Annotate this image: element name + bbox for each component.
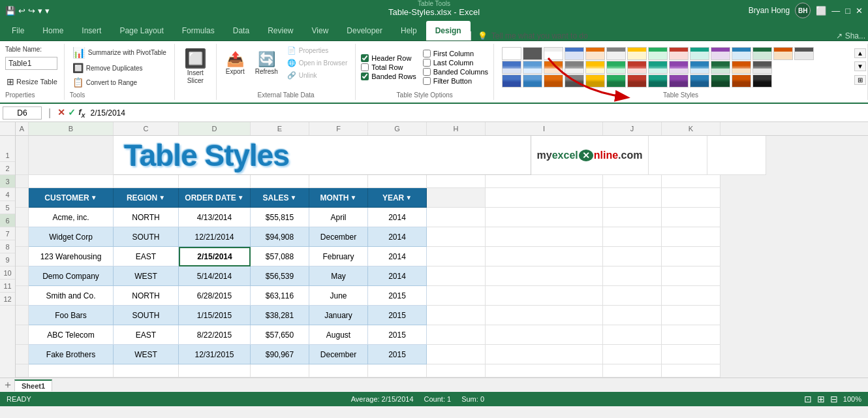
tab-home[interactable]: Home — [33, 21, 72, 40]
cell-b11[interactable]: Fake Brothers — [29, 345, 114, 364]
col-header-D[interactable]: D — [179, 122, 251, 135]
style-swatch-d3[interactable] — [544, 74, 563, 88]
style-swatch-d13[interactable] — [752, 74, 772, 88]
col-header-G[interactable]: G — [368, 122, 427, 135]
cell-g6[interactable]: 2014 — [368, 247, 427, 266]
cell-g7[interactable]: 2014 — [368, 266, 427, 286]
style-swatch-d9[interactable] — [669, 74, 689, 88]
cell-c4[interactable]: NORTH — [114, 208, 179, 227]
page-break-view-button[interactable]: ⊟ — [830, 394, 838, 404]
style-swatch-d4[interactable] — [565, 74, 584, 88]
qat-dropdown[interactable]: ▾ — [45, 6, 50, 16]
cell-d9[interactable]: 1/15/2015 — [179, 306, 251, 325]
header-year[interactable]: YEAR ▼ — [368, 188, 427, 208]
col-header-E[interactable]: E — [251, 122, 309, 135]
style-swatch-d6[interactable] — [606, 74, 626, 88]
style-swatch-m6[interactable] — [606, 61, 626, 74]
cell-d7[interactable]: 5/14/2014 — [179, 266, 251, 286]
header-sales[interactable]: SALES ▼ — [251, 188, 309, 208]
tab-design[interactable]: Design — [426, 21, 471, 40]
cell-c5[interactable]: SOUTH — [114, 227, 179, 247]
style-swatch-d5[interactable] — [585, 74, 605, 88]
style-swatch-2[interactable] — [565, 47, 584, 60]
first-column-checkbox[interactable]: First Column — [423, 50, 488, 57]
style-swatch-d11[interactable] — [711, 74, 730, 88]
cell-f4[interactable]: April — [309, 208, 368, 227]
style-swatch-m8[interactable] — [648, 61, 668, 74]
style-swatch-dark[interactable] — [523, 47, 542, 60]
save-button[interactable]: 💾 — [5, 6, 16, 16]
style-swatch-9[interactable] — [711, 47, 730, 60]
normal-view-button[interactable]: ⊡ — [804, 394, 812, 404]
cell-b7[interactable]: Demo Company — [29, 266, 114, 286]
share-button[interactable]: ↗ Sha... — [836, 31, 865, 40]
cell-f7[interactable]: May — [309, 266, 368, 286]
style-swatch-m5[interactable] — [585, 61, 605, 74]
cell-e11[interactable]: $90,967 — [251, 345, 309, 364]
maximize-button[interactable]: □ — [845, 6, 850, 16]
sheet-tab-1[interactable]: Sheet1 — [14, 379, 52, 391]
summarize-pivottable-button[interactable]: 📊 Summarize with PivotTable — [70, 45, 169, 60]
style-swatch-m13[interactable] — [752, 61, 772, 74]
tab-help[interactable]: Help — [392, 21, 426, 40]
banded-rows-checkbox[interactable]: Banded Rows — [361, 72, 416, 80]
cell-c7[interactable]: WEST — [114, 266, 179, 286]
cell-d11[interactable]: 12/31/2015 — [179, 345, 251, 364]
cell-f10[interactable]: August — [309, 325, 368, 345]
cell-b10[interactable]: ABC Telecom — [29, 325, 114, 345]
cell-b4[interactable]: Acme, inc. — [29, 208, 114, 227]
last-column-checkbox[interactable]: Last Column — [423, 59, 488, 67]
resize-table-button[interactable]: ⊞ Resize Table — [5, 75, 59, 88]
cell-f5[interactable]: December — [309, 227, 368, 247]
unlink-button[interactable]: 🔗 Unlink — [285, 70, 350, 81]
col-header-F[interactable]: F — [309, 122, 368, 135]
filter-button[interactable]: ▾ — [38, 6, 42, 16]
new-sheet-button[interactable]: ＋ — [3, 378, 13, 392]
cell-c9[interactable]: SOUTH — [114, 306, 179, 325]
cell-g11[interactable]: 2015 — [368, 345, 427, 364]
cell-c10[interactable]: EAST — [114, 325, 179, 345]
tab-review[interactable]: Review — [258, 21, 302, 40]
cell-f9[interactable]: January — [309, 306, 368, 325]
cell-g8[interactable]: 2015 — [368, 286, 427, 306]
cell-e10[interactable]: $57,650 — [251, 325, 309, 345]
style-swatch-5[interactable] — [627, 47, 647, 60]
tab-file[interactable]: File — [3, 21, 33, 40]
cell-d5[interactable]: 12/21/2014 — [179, 227, 251, 247]
col-header-B[interactable]: B — [29, 122, 114, 135]
undo-button[interactable]: ↩ — [18, 6, 25, 16]
cell-g9[interactable]: 2015 — [368, 306, 427, 325]
cell-d10[interactable]: 8/22/2015 — [179, 325, 251, 345]
style-swatch-11[interactable] — [752, 47, 772, 60]
cell-g10[interactable]: 2015 — [368, 325, 427, 345]
table-name-input[interactable] — [5, 57, 57, 70]
cell-f11[interactable]: December — [309, 345, 368, 364]
style-swatch-d7[interactable] — [627, 74, 647, 88]
confirm-formula-icon[interactable]: ✓ — [68, 107, 76, 119]
cell-d4[interactable]: 4/13/2014 — [179, 208, 251, 227]
cell-d6-selected[interactable]: 2/15/2014 — [179, 247, 251, 266]
style-swatch-m10[interactable] — [690, 61, 709, 74]
header-order-date[interactable]: ORDER DATE ▼ — [179, 188, 251, 208]
style-scroll-up[interactable]: ▲ — [854, 48, 866, 58]
cell-reference-box[interactable] — [3, 106, 42, 120]
style-swatch-d12[interactable] — [732, 74, 751, 88]
cell-b6[interactable]: 123 Warehousing — [29, 247, 114, 266]
style-swatch-4[interactable] — [606, 47, 626, 60]
style-swatch-d10[interactable] — [690, 74, 709, 88]
total-row-checkbox[interactable]: Total Row — [361, 63, 416, 71]
tab-view[interactable]: View — [303, 21, 338, 40]
style-swatch-none[interactable] — [502, 47, 521, 60]
style-swatch-13[interactable] — [794, 47, 814, 60]
cell-f6[interactable]: February — [309, 247, 368, 266]
header-region[interactable]: REGION ▼ — [114, 188, 179, 208]
tab-developer[interactable]: Developer — [337, 21, 392, 40]
insert-slicer-button[interactable]: 🔲 InsertSlicer — [180, 45, 211, 88]
cell-f8[interactable]: June — [309, 286, 368, 306]
cell-e7[interactable]: $56,539 — [251, 266, 309, 286]
cell-e9[interactable]: $38,281 — [251, 306, 309, 325]
cell-b5[interactable]: Widget Corp — [29, 227, 114, 247]
cell-c8[interactable]: NORTH — [114, 286, 179, 306]
cell-e4[interactable]: $55,815 — [251, 208, 309, 227]
col-header-C[interactable]: C — [114, 122, 179, 135]
